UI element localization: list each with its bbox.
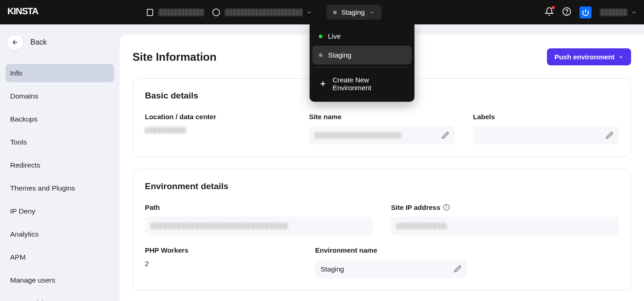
company-selector[interactable] — [145, 8, 204, 17]
push-environment-button[interactable]: Push environment — [547, 48, 631, 65]
path-value-redacted — [150, 223, 288, 229]
status-dot-icon — [333, 11, 337, 14]
sidebar-item-backups[interactable]: Backups — [6, 110, 114, 128]
environment-dropdown: Live Staging Create New Environment — [310, 22, 414, 102]
pencil-icon[interactable] — [454, 265, 461, 272]
sidebar-item-label: Domains — [10, 92, 38, 100]
notifications-button[interactable] — [545, 7, 554, 18]
sidebar-item-info[interactable]: Info — [6, 64, 114, 82]
chevron-down-icon — [618, 54, 624, 60]
sidebar-item-label: Info — [10, 69, 22, 77]
env-option-label: Staging — [328, 51, 351, 59]
site-name-field[interactable] — [309, 126, 455, 145]
create-environment-label: Create New Environment — [333, 76, 405, 92]
username-redacted — [600, 9, 627, 16]
location-label: Location / data center — [145, 113, 291, 121]
top-header: KINSTA Staging — [0, 0, 644, 24]
path-field — [145, 217, 373, 235]
sidebar-item-tools[interactable]: Tools — [6, 133, 114, 151]
env-name-label: Environment name — [315, 246, 467, 254]
sidebar-item-label: Manage users — [10, 276, 55, 284]
sidebar: Back Info Domains Backups Tools Redirect… — [0, 24, 120, 301]
sidebar-item-ip-deny[interactable]: IP Deny — [6, 202, 114, 220]
env-option-staging[interactable]: Staging — [312, 46, 412, 64]
building-icon — [145, 8, 155, 17]
site-ip-label: Site IP address — [391, 203, 619, 211]
status-dot-icon — [319, 53, 322, 57]
push-environment-label: Push environment — [554, 53, 615, 61]
svg-point-8 — [567, 13, 567, 13]
divider — [313, 67, 411, 68]
logo[interactable]: KINSTA — [7, 6, 49, 19]
labels-label: Labels — [473, 113, 619, 121]
svg-point-15 — [446, 206, 447, 207]
wordpress-icon — [212, 8, 221, 17]
svg-rect-1 — [147, 9, 153, 16]
sidebar-item-label: APM — [10, 253, 26, 261]
site-ip-value-redacted — [397, 223, 447, 229]
svg-point-6 — [213, 9, 220, 16]
pencil-icon[interactable] — [606, 132, 613, 139]
path-label: Path — [145, 203, 373, 211]
chevron-down-icon — [306, 10, 312, 15]
site-name-value-redacted — [315, 132, 402, 139]
sidebar-item-manage-users[interactable]: Manage users — [6, 271, 114, 289]
environment-details-card: Environment details Path Site IP address — [132, 169, 631, 290]
sidebar-item-label: IP Deny — [10, 207, 35, 215]
power-icon — [582, 9, 589, 16]
env-option-live[interactable]: Live — [312, 27, 412, 46]
site-ip-field — [391, 217, 619, 235]
labels-field[interactable] — [473, 126, 619, 145]
avatar[interactable] — [580, 6, 592, 18]
sidebar-item-themes-plugins[interactable]: Themes and Plugins — [6, 179, 114, 197]
env-name-value: Staging — [321, 265, 344, 273]
status-dot-icon — [319, 35, 322, 38]
site-ip-label-text: Site IP address — [391, 203, 440, 211]
sidebar-item-label: Tools — [10, 138, 27, 146]
company-name-redacted — [158, 9, 204, 16]
sidebar-item-user-activity[interactable]: User activity — [6, 294, 114, 301]
environment-selector-label: Staging — [341, 8, 365, 16]
back-button[interactable] — [6, 35, 24, 50]
environment-selector[interactable]: Staging — [327, 5, 381, 20]
site-name-label: Site name — [309, 113, 455, 121]
env-option-label: Live — [328, 32, 341, 40]
sidebar-item-analytics[interactable]: Analytics — [6, 225, 114, 243]
notification-indicator — [552, 6, 555, 9]
help-button[interactable] — [562, 7, 571, 18]
card-title: Environment details — [145, 181, 619, 191]
page-title: Site Information — [132, 51, 217, 64]
env-name-field[interactable]: Staging — [315, 260, 467, 278]
create-environment-button[interactable]: Create New Environment — [312, 70, 412, 97]
sidebar-item-label: User activity — [10, 299, 49, 301]
arrow-left-icon — [12, 39, 19, 46]
site-selector[interactable] — [212, 8, 312, 17]
user-menu[interactable] — [600, 9, 637, 16]
plus-icon — [319, 80, 327, 88]
location-value-redacted — [145, 127, 186, 133]
svg-text:KINSTA: KINSTA — [7, 6, 39, 16]
php-workers-value: 2 — [145, 260, 297, 267]
info-icon[interactable] — [443, 204, 450, 211]
site-name-redacted — [224, 9, 303, 16]
sidebar-item-label: Redirects — [10, 161, 40, 169]
sidebar-item-apm[interactable]: APM — [6, 248, 114, 266]
sidebar-item-domains[interactable]: Domains — [6, 87, 114, 105]
chevron-down-icon — [631, 10, 637, 15]
sidebar-item-label: Themes and Plugins — [10, 184, 75, 192]
sidebar-item-redirects[interactable]: Redirects — [6, 156, 114, 174]
back-label: Back — [30, 38, 47, 46]
pencil-icon[interactable] — [442, 132, 449, 139]
sidebar-item-label: Backups — [10, 115, 37, 123]
sidebar-item-label: Analytics — [10, 230, 39, 238]
chevron-down-icon — [369, 10, 375, 15]
php-workers-label: PHP Workers — [145, 246, 297, 254]
help-icon — [562, 7, 571, 16]
